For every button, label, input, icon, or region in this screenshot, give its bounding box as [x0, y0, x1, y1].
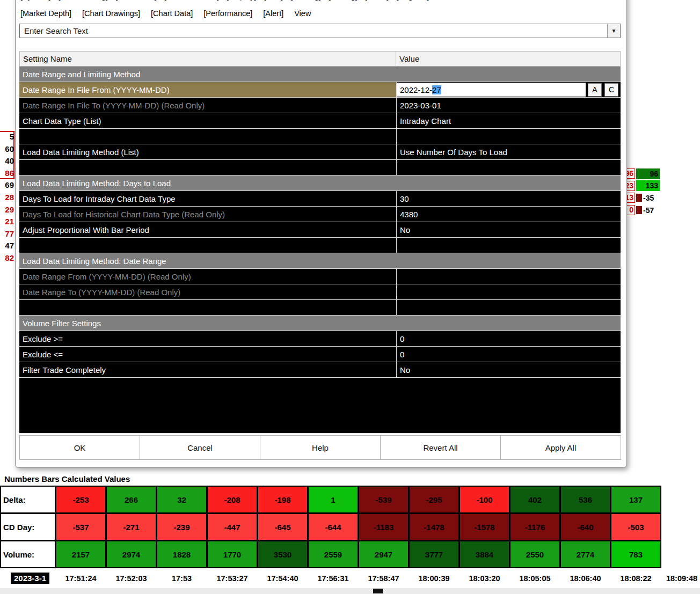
value-cell: -100 [460, 487, 509, 512]
price-scale-value: 82 [0, 253, 14, 263]
value-cell: -1578 [460, 514, 509, 540]
setting-row[interactable]: Date Range From (YYYY-MM-DD) (Read Only) [19, 269, 621, 284]
setting-value [396, 284, 621, 299]
search-dropdown-button[interactable]: ▼ [607, 24, 620, 38]
time-label: 18:05:05 [519, 574, 550, 583]
value-cell: 536 [561, 487, 610, 512]
price-scale-value: 5 [0, 132, 14, 142]
tab-view[interactable]: View [294, 9, 311, 18]
value-cell: -239 [157, 514, 206, 540]
empty-row [19, 238, 621, 253]
setting-row[interactable]: Load Data Limiting Method (List)Use Numb… [19, 144, 621, 160]
value-cell: 266 [107, 487, 156, 512]
tab-session-times[interactable]: [Session Times] [164, 0, 219, 1]
setting-row[interactable]: Date Range In File To (YYYY-MM-DD) (Read… [19, 98, 621, 113]
time-label: 18:00:39 [418, 574, 449, 583]
horizontal-scrollbar[interactable] [0, 588, 700, 594]
selected-text: 27 [432, 85, 441, 94]
value-cell: -1183 [359, 514, 408, 540]
setting-value: 0 [396, 331, 621, 346]
value-cell: -1478 [410, 514, 458, 540]
setting-row[interactable]: Adjust Proportional With Bar PeriodNo [19, 222, 621, 238]
tab-data-limiting[interactable]: [Data Limiting] [58, 0, 108, 1]
tab-chart-data[interactable]: [Chart Data] [151, 9, 193, 18]
color-chip [636, 206, 642, 214]
setting-row[interactable]: Days To Load for Intraday Chart Data Typ… [19, 191, 621, 207]
empty-row [19, 160, 621, 175]
settings-table-header: Setting Name Value [19, 51, 621, 67]
section-header-row: Load Data Limiting Method: Date Range [19, 253, 621, 269]
time-label: 18:06:40 [570, 574, 601, 583]
value-cell: 2559 [309, 541, 358, 567]
value-cell: 3884 [460, 541, 509, 567]
setting-name: Load Data Limiting Method (List) [19, 144, 396, 159]
setting-row[interactable]: Exclude >=0 [19, 331, 621, 347]
setting-row[interactable]: Days To Load for Historical Chart Data T… [19, 207, 621, 222]
value-cell: 32 [157, 487, 206, 512]
value-cell: -271 [107, 514, 156, 540]
setting-value: Use Number Of Days To Load [396, 144, 621, 159]
apply-value-button[interactable]: A [588, 83, 602, 97]
row-label: Delta: [1, 487, 55, 512]
tab-grid[interactable]: [Grid] [264, 0, 283, 1]
price-scale-value: 40 [0, 156, 14, 166]
date-label: 2023-3-1 [11, 573, 49, 584]
setting-name: Date Range To (YYYY-MM-DD) (Read Only) [19, 284, 396, 299]
dialog-button-ok[interactable]: OK [19, 435, 140, 460]
column-header-setting-name: Setting Name [20, 52, 396, 66]
section-header-label: Load Data Limiting Method: Date Range [19, 253, 621, 268]
value-cell: -253 [56, 487, 105, 512]
dialog-button-help[interactable]: Help [260, 435, 381, 460]
value-cell: 1770 [208, 541, 257, 567]
value-cell: -198 [258, 487, 307, 512]
tab-trading[interactable]: [Trading] [290, 0, 321, 1]
value-cell: 2774 [561, 541, 610, 567]
tab-linking[interactable]: [Linking] [329, 0, 358, 1]
tab-chart-drawings[interactable]: [Chart Drawings] [82, 9, 140, 18]
setting-name: Adjust Proportional With Bar Period [19, 222, 396, 237]
row-label: CD Day: [1, 514, 55, 540]
time-label: 17:51:24 [65, 574, 96, 583]
table-empty-area [19, 378, 621, 434]
scrollbar-thumb[interactable] [373, 589, 383, 593]
price-scale-value: 28 [0, 193, 14, 202]
tab-performance[interactable]: [Performance] [203, 9, 252, 18]
setting-row[interactable]: Date Range In File From (YYYY-MM-DD)2022… [19, 82, 621, 98]
section-header-row: Load Data Limiting Method: Days to Load [19, 175, 621, 191]
time-label: 18:08:22 [620, 574, 651, 583]
date-input[interactable]: 2022-12-27 [397, 83, 586, 97]
tab-regions[interactable]: [Regions] [396, 0, 429, 1]
value-cell: 3530 [258, 541, 307, 567]
value-cell: 783 [611, 541, 660, 567]
setting-row[interactable]: Filter Trade CompletelyNo [19, 362, 621, 378]
setting-row[interactable]: Chart Data Type (List)Intraday Chart [19, 113, 621, 129]
price-scale-value: 86 [0, 168, 14, 178]
setting-name: Date Range In File To (YYYY-MM-DD) (Read… [19, 98, 396, 113]
value-cell: 2974 [107, 541, 156, 567]
section-header-row: Date Range and Limiting Method [19, 67, 621, 82]
value-cell: -447 [208, 514, 257, 540]
setting-row[interactable]: Date Range To (YYYY-MM-DD) (Read Only) [19, 284, 621, 300]
tab-market-depth[interactable]: [Market Depth] [20, 9, 71, 18]
clear-value-button[interactable]: C [604, 83, 618, 97]
value-cell: 2550 [511, 541, 559, 567]
section-header-label: Volume Filter Settings [19, 316, 621, 331]
tab-bar-period[interactable]: [Bar Period] [115, 0, 157, 1]
tab-display[interactable]: [Display] [227, 0, 257, 1]
section-header-label: Date Range and Limiting Method [19, 67, 621, 82]
dialog-button-apply-all[interactable]: Apply All [500, 435, 621, 460]
time-label: 17:58:47 [368, 574, 399, 583]
setting-value: 2023-03-01 [396, 98, 621, 113]
price-scale-value: 60 [0, 144, 14, 154]
time-label: 17:54:40 [267, 574, 298, 583]
tab-alert[interactable]: [Alert] [263, 9, 283, 18]
value-cell: -208 [208, 487, 257, 512]
search-input[interactable] [20, 24, 607, 38]
tab-symbol[interactable]: [Symbol] [20, 0, 50, 1]
setting-name: Date Range From (YYYY-MM-DD) (Read Only) [19, 269, 396, 284]
tab-scale[interactable]: [Scale] [365, 0, 389, 1]
setting-value[interactable]: 2022-12-27AC [396, 82, 621, 97]
dialog-button-cancel[interactable]: Cancel [140, 435, 260, 460]
dialog-button-revert-all[interactable]: Revert All [380, 435, 501, 460]
setting-row[interactable]: Exclude <=0 [19, 347, 621, 362]
